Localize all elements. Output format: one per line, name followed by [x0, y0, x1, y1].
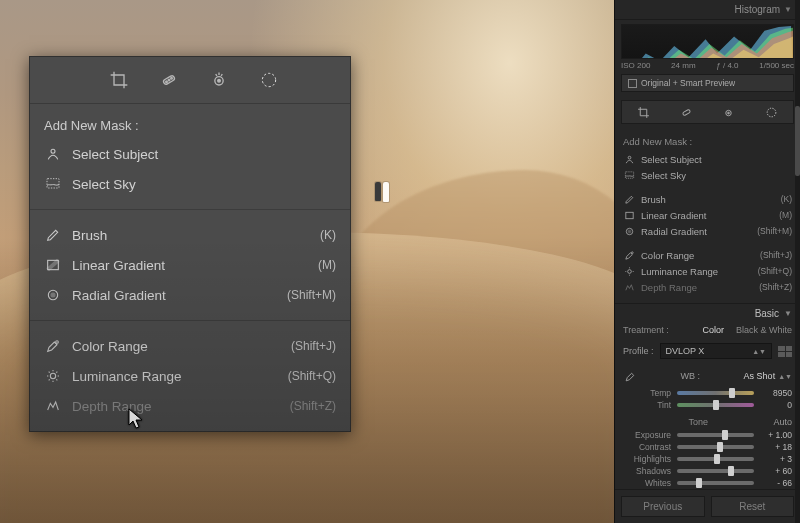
- svg-point-2: [168, 79, 170, 81]
- menu-radial-gradient[interactable]: Radial Gradient (Shift+M): [30, 280, 350, 310]
- menu-select-subject[interactable]: Select Subject: [30, 139, 350, 169]
- slider-label: Shadows: [623, 466, 671, 476]
- sb-mask-item[interactable]: Luminance Range(Shift+Q): [623, 263, 792, 279]
- slider-thumb[interactable]: [722, 430, 728, 440]
- profile-browser-icon[interactable]: [778, 346, 792, 357]
- profile-value: DVLOP X: [666, 346, 705, 356]
- slider-thumb[interactable]: [717, 442, 723, 452]
- slider-label: Temp: [623, 388, 671, 398]
- menu-brush[interactable]: Brush (K): [30, 220, 350, 250]
- svg-point-18: [628, 156, 631, 159]
- redeye-icon[interactable]: [722, 105, 736, 119]
- menu-luminance-range[interactable]: Luminance Range (Shift+Q): [30, 361, 350, 391]
- redeye-icon[interactable]: [208, 69, 230, 91]
- preview-badge[interactable]: Original + Smart Preview: [621, 74, 794, 92]
- slider-track[interactable]: [677, 457, 754, 461]
- treatment-bw[interactable]: Black & White: [736, 325, 792, 335]
- basic-label: Basic: [755, 308, 779, 319]
- slider-temp: Temp8950: [615, 387, 800, 399]
- wb-dropdown[interactable]: As Shot ▲▼: [744, 371, 792, 381]
- sb-mask-item[interactable]: Select Subject: [623, 151, 792, 167]
- sb-item-label: Select Subject: [641, 154, 786, 165]
- histogram-label: Histogram: [735, 4, 781, 15]
- slider-value: 0: [760, 400, 792, 410]
- menu-label: Luminance Range: [72, 369, 278, 384]
- eyedropper-icon[interactable]: [623, 369, 637, 383]
- depth-icon: [44, 397, 62, 415]
- healing-icon[interactable]: [679, 105, 693, 119]
- scrollbar-thumb[interactable]: [795, 106, 800, 176]
- popup-group-1: Brush (K) Linear Gradient (M) Radial Gra…: [30, 220, 350, 310]
- menu-color-range[interactable]: Color Range (Shift+J): [30, 331, 350, 361]
- meta-focal: 24 mm: [671, 61, 695, 70]
- sb-mask-item[interactable]: Brush(K): [623, 191, 792, 207]
- crop-icon[interactable]: [108, 69, 130, 91]
- treatment-color[interactable]: Color: [702, 325, 724, 335]
- slider-track[interactable]: [677, 469, 754, 473]
- svg-point-10: [48, 290, 57, 299]
- scrollbar-track[interactable]: [795, 0, 800, 523]
- tone-label: Tone: [623, 417, 773, 427]
- masking-icon[interactable]: [765, 105, 779, 119]
- slider-tint: Tint0: [615, 399, 800, 411]
- right-sidebar: Histogram ▼ ISO 200 24 mm ƒ / 4.0 1/500 …: [614, 0, 800, 523]
- previous-button[interactable]: Previous: [621, 496, 705, 517]
- slider-value: + 18: [760, 442, 792, 452]
- reset-button[interactable]: Reset: [711, 496, 795, 517]
- slider-thumb[interactable]: [713, 400, 719, 410]
- sb-item-shortcut: (Shift+M): [757, 226, 792, 236]
- wb-row: WB : As Shot ▲▼: [615, 365, 800, 387]
- svg-point-12: [56, 341, 59, 344]
- svg-rect-0: [163, 75, 176, 85]
- masking-icon[interactable]: [258, 69, 280, 91]
- chevron-updown-icon: ▲▼: [752, 348, 766, 355]
- histogram[interactable]: [621, 24, 794, 59]
- slider-thumb[interactable]: [729, 388, 735, 398]
- square-icon: [628, 79, 637, 88]
- menu-label: Linear Gradient: [72, 258, 308, 273]
- chevron-down-icon: ▼: [784, 309, 792, 318]
- brush-icon: [623, 193, 635, 205]
- separator: [30, 320, 350, 321]
- svg-point-1: [166, 81, 168, 83]
- wb-label: WB :: [645, 371, 736, 381]
- preview-label: Original + Smart Preview: [641, 78, 735, 88]
- svg-point-23: [631, 251, 633, 253]
- histogram-header[interactable]: Histogram ▼: [615, 0, 800, 20]
- menu-select-sky[interactable]: Select Sky: [30, 169, 350, 199]
- menu-shortcut: (M): [318, 258, 336, 272]
- sb-item-label: Linear Gradient: [641, 210, 773, 221]
- menu-linear-gradient[interactable]: Linear Gradient (M): [30, 250, 350, 280]
- sb-mask-title: Add New Mask :: [623, 136, 792, 147]
- sb-mask-item[interactable]: Radial Gradient(Shift+M): [623, 223, 792, 239]
- slider-track[interactable]: [677, 403, 754, 407]
- healing-icon[interactable]: [158, 69, 180, 91]
- auto-button[interactable]: Auto: [773, 417, 792, 427]
- radial-icon: [623, 225, 635, 237]
- slider-highlights: Highlights+ 3: [615, 453, 800, 465]
- menu-shortcut: (Shift+Q): [288, 369, 336, 383]
- slider-thumb[interactable]: [696, 478, 702, 488]
- menu-label: Brush: [72, 228, 310, 243]
- crop-icon[interactable]: [636, 105, 650, 119]
- menu-label: Depth Range: [72, 399, 280, 414]
- sb-mask-item[interactable]: Select Sky: [623, 167, 792, 183]
- sb-mask-item[interactable]: Color Range(Shift+J): [623, 247, 792, 263]
- slider-track[interactable]: [677, 433, 754, 437]
- subjects: [375, 182, 389, 202]
- slider-thumb[interactable]: [728, 466, 734, 476]
- menu-label: Select Sky: [72, 177, 326, 192]
- svg-point-3: [171, 78, 173, 80]
- person-groom: [375, 182, 381, 201]
- sb-mask-item[interactable]: Linear Gradient(M): [623, 207, 792, 223]
- slider-value: 8950: [760, 388, 792, 398]
- slider-track[interactable]: [677, 391, 754, 395]
- slider-thumb[interactable]: [714, 454, 720, 464]
- dropper-icon: [44, 337, 62, 355]
- basic-panel-header[interactable]: Basic ▼: [615, 303, 800, 323]
- slider-track[interactable]: [677, 445, 754, 449]
- profile-dropdown[interactable]: DVLOP X ▲▼: [660, 343, 772, 359]
- image-canvas[interactable]: Add New Mask : Select Subject Select Sky: [0, 0, 614, 523]
- slider-track[interactable]: [677, 481, 754, 485]
- luminance-icon: [44, 367, 62, 385]
